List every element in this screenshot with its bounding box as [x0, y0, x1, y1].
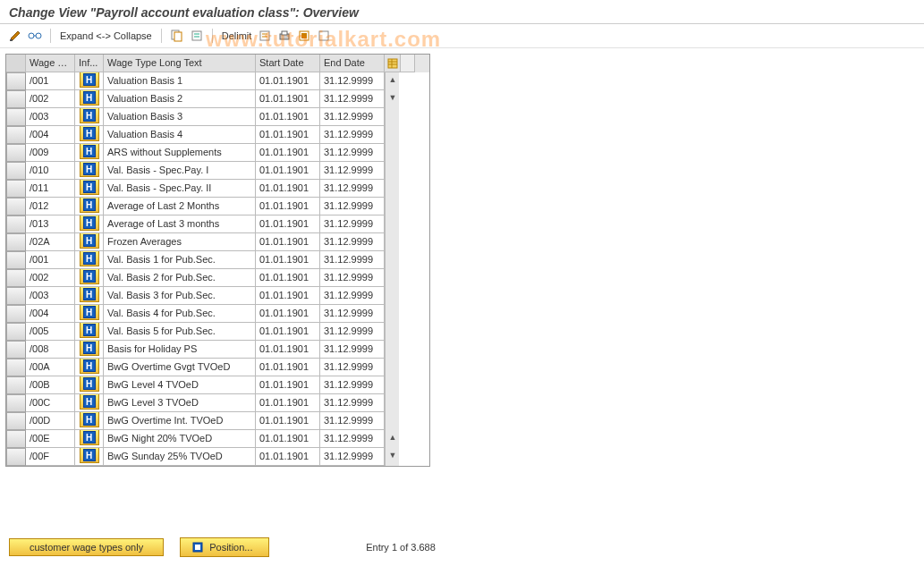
cell-wagetype[interactable]: /010: [26, 162, 75, 180]
cell-enddate[interactable]: 31.12.9999: [320, 448, 385, 466]
row-selector[interactable]: [6, 144, 26, 162]
cell-longtext[interactable]: Valuation Basis 4: [104, 126, 256, 144]
cell-enddate[interactable]: 31.12.9999: [320, 412, 385, 430]
cell-longtext[interactable]: BwG Sunday 25% TVOeD: [104, 448, 256, 466]
cell-startdate[interactable]: 01.01.1901: [256, 394, 320, 412]
cell-startdate[interactable]: 01.01.1901: [256, 269, 320, 287]
info-button[interactable]: H: [80, 269, 99, 284]
cell-startdate[interactable]: 01.01.1901: [256, 215, 320, 233]
cell-wagetype[interactable]: /00D: [26, 412, 75, 430]
table-settings-icon[interactable]: [387, 58, 398, 69]
col-header-wagetype[interactable]: Wage Ty...: [26, 55, 75, 72]
info-button[interactable]: H: [80, 412, 99, 427]
cell-longtext[interactable]: Average of Last 3 months: [104, 215, 256, 233]
cell-startdate[interactable]: 01.01.1901: [256, 430, 320, 448]
cell-wagetype[interactable]: /012: [26, 198, 75, 215]
cell-enddate[interactable]: 31.12.9999: [320, 72, 385, 90]
deselect-all-icon[interactable]: [316, 28, 332, 44]
cell-longtext[interactable]: Val. Basis - Spec.Pay. I: [104, 162, 256, 180]
cell-startdate[interactable]: 01.01.1901: [256, 448, 320, 466]
row-selector[interactable]: [6, 108, 26, 126]
cell-enddate[interactable]: 31.12.9999: [320, 233, 385, 251]
scroll-up-icon[interactable]: ▲: [386, 72, 400, 87]
info-button[interactable]: H: [80, 108, 99, 123]
row-selector[interactable]: [6, 251, 26, 269]
info-button[interactable]: H: [80, 215, 99, 231]
expand-collapse-button[interactable]: Expand <-> Collapse: [58, 30, 154, 41]
cell-enddate[interactable]: 31.12.9999: [320, 323, 385, 341]
row-selector[interactable]: [6, 412, 26, 430]
cell-startdate[interactable]: 01.01.1901: [256, 198, 320, 215]
cell-enddate[interactable]: 31.12.9999: [320, 376, 385, 394]
col-header-select[interactable]: [6, 55, 26, 72]
cell-wagetype[interactable]: /011: [26, 180, 75, 198]
cell-enddate[interactable]: 31.12.9999: [320, 90, 385, 108]
info-button[interactable]: H: [80, 162, 99, 177]
cell-startdate[interactable]: 01.01.1901: [256, 287, 320, 305]
cell-wagetype[interactable]: /002: [26, 269, 75, 287]
row-selector[interactable]: [6, 162, 26, 180]
row-selector[interactable]: [6, 341, 26, 359]
cell-startdate[interactable]: 01.01.1901: [256, 341, 320, 359]
cell-startdate[interactable]: 01.01.1901: [256, 144, 320, 162]
col-header-enddate[interactable]: End Date: [320, 55, 385, 72]
cell-wagetype[interactable]: /001: [26, 251, 75, 269]
info-button[interactable]: H: [80, 72, 99, 88]
row-selector[interactable]: [6, 269, 26, 287]
info-button[interactable]: H: [80, 341, 99, 356]
info-button[interactable]: H: [80, 430, 99, 445]
cell-enddate[interactable]: 31.12.9999: [320, 305, 385, 323]
select-all-icon[interactable]: [296, 28, 312, 44]
cell-wagetype[interactable]: /00C: [26, 394, 75, 412]
cell-startdate[interactable]: 01.01.1901: [256, 180, 320, 198]
cell-longtext[interactable]: ARS without Supplements: [104, 144, 256, 162]
copy-icon[interactable]: [169, 28, 185, 44]
cell-enddate[interactable]: 31.12.9999: [320, 215, 385, 233]
row-selector[interactable]: [6, 359, 26, 376]
cell-longtext[interactable]: Val. Basis 2 for Pub.Sec.: [104, 269, 256, 287]
cell-wagetype[interactable]: /002: [26, 90, 75, 108]
delimit-button[interactable]: Delimit: [220, 30, 254, 41]
cell-enddate[interactable]: 31.12.9999: [320, 144, 385, 162]
cell-wagetype[interactable]: /001: [26, 72, 75, 90]
cell-startdate[interactable]: 01.01.1901: [256, 323, 320, 341]
info-button[interactable]: H: [80, 376, 99, 392]
print-icon[interactable]: [276, 28, 292, 44]
info-button[interactable]: H: [80, 251, 99, 266]
row-selector[interactable]: [6, 233, 26, 251]
cell-startdate[interactable]: 01.01.1901: [256, 251, 320, 269]
scroll-step-up-icon[interactable]: ▲: [386, 430, 400, 444]
cell-wagetype[interactable]: /003: [26, 287, 75, 305]
cell-enddate[interactable]: 31.12.9999: [320, 359, 385, 376]
position-button[interactable]: Position...: [180, 537, 269, 557]
cell-wagetype[interactable]: /02A: [26, 233, 75, 251]
cell-wagetype[interactable]: /013: [26, 215, 75, 233]
cell-enddate[interactable]: 31.12.9999: [320, 287, 385, 305]
col-header-startdate[interactable]: Start Date: [256, 55, 320, 72]
cell-longtext[interactable]: Val. Basis 5 for Pub.Sec.: [104, 323, 256, 341]
cell-longtext[interactable]: Basis for Holiday PS: [104, 341, 256, 359]
cell-wagetype[interactable]: /00B: [26, 376, 75, 394]
cell-longtext[interactable]: Average of Last 2 Months: [104, 198, 256, 215]
cell-longtext[interactable]: Frozen Averages: [104, 233, 256, 251]
cell-enddate[interactable]: 31.12.9999: [320, 341, 385, 359]
cell-longtext[interactable]: Valuation Basis 1: [104, 72, 256, 90]
row-selector[interactable]: [6, 394, 26, 412]
cell-longtext[interactable]: Val. Basis - Spec.Pay. II: [104, 180, 256, 198]
row-selector[interactable]: [6, 376, 26, 394]
new-entries-icon[interactable]: [189, 28, 205, 44]
cell-enddate[interactable]: 31.12.9999: [320, 269, 385, 287]
cell-startdate[interactable]: 01.01.1901: [256, 412, 320, 430]
cell-startdate[interactable]: 01.01.1901: [256, 359, 320, 376]
info-button[interactable]: H: [80, 233, 99, 249]
glasses-icon[interactable]: [27, 28, 43, 44]
cell-wagetype[interactable]: /00F: [26, 448, 75, 466]
info-button[interactable]: H: [80, 305, 99, 320]
cell-longtext[interactable]: BwG Overtime Int. TVOeD: [104, 412, 256, 430]
row-selector[interactable]: [6, 90, 26, 108]
cell-longtext[interactable]: BwG Level 4 TVOeD: [104, 376, 256, 394]
cell-startdate[interactable]: 01.01.1901: [256, 126, 320, 144]
cell-longtext[interactable]: Val. Basis 1 for Pub.Sec.: [104, 251, 256, 269]
info-button[interactable]: H: [80, 144, 99, 159]
cell-enddate[interactable]: 31.12.9999: [320, 198, 385, 215]
